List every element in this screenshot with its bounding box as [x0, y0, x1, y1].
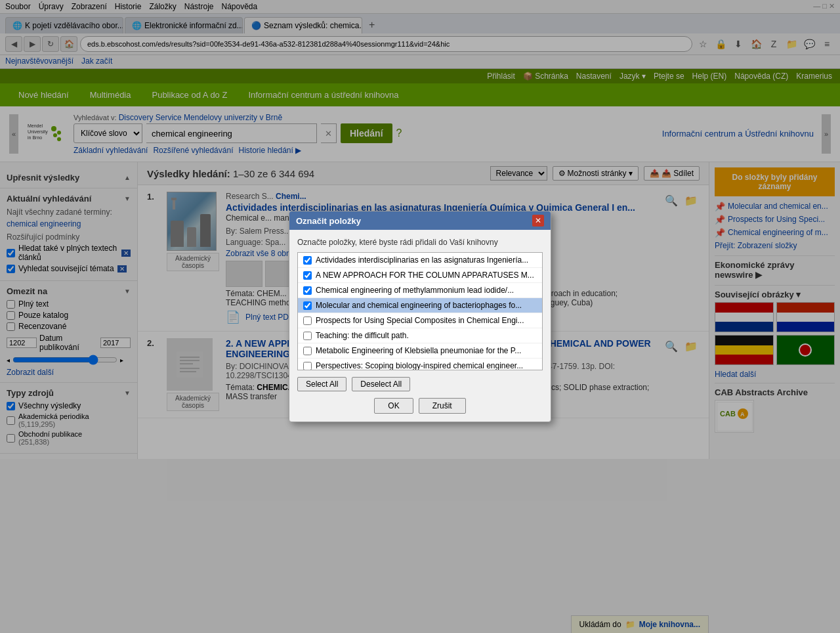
modal-item-label-4: Prospects for Using Special Composites i…: [316, 316, 524, 325]
modal-item-label-3: Molecular and chemical engineering of ba…: [316, 301, 522, 310]
select-all-button[interactable]: Select All: [297, 377, 346, 391]
modal-check-5[interactable]: [303, 332, 312, 340]
modal-check-6[interactable]: [303, 347, 312, 355]
modal-check-4[interactable]: [303, 316, 312, 325]
modal-check-7[interactable]: [303, 362, 312, 370]
modal-item-4: Prospects for Using Special Composites i…: [298, 313, 542, 328]
modal-item-label-1: A NEW APPROACH FOR THE COLUMN APPARATUSE…: [316, 271, 534, 280]
modal-close-button[interactable]: ✕: [532, 215, 544, 227]
modal-action-row: OK Zrušit: [297, 398, 543, 414]
modal-item-0: Actividades interdisciplinarias en las a…: [298, 253, 542, 268]
modal-item-label-7: Perspectives: Scoping biology-inspired c…: [316, 361, 523, 370]
modal-check-1[interactable]: [303, 271, 312, 280]
modal-overlay: Označit položky ✕ Označte položky, které…: [0, 0, 840, 459]
modal-titlebar: Označit položky ✕: [289, 211, 551, 230]
modal-item-label-2: Chemical engineering of methylammonium l…: [316, 286, 514, 295]
modal-item-7: Perspectives: Scoping biology-inspired c…: [298, 359, 542, 370]
modal-check-2[interactable]: [303, 286, 312, 295]
modal-body: Označte položky, které byste rádi přidal…: [289, 230, 551, 422]
modal-buttons-row: Select All Deselect All: [297, 377, 543, 391]
modal-check-3[interactable]: [303, 301, 312, 310]
modal-item-label-0: Actividades interdisciplinarias en las a…: [316, 255, 528, 265]
modal-item-5: Teaching: the difficult path.: [298, 328, 542, 343]
modal-item-3: Molecular and chemical engineering of ba…: [298, 298, 542, 313]
modal-list: Actividades interdisciplinarias en las a…: [297, 252, 543, 370]
mark-items-modal: Označit položky ✕ Označte položky, které…: [289, 211, 551, 422]
modal-check-0[interactable]: [303, 256, 312, 265]
modal-cancel-button[interactable]: Zrušit: [419, 398, 466, 414]
modal-item-label-6: Metabolic Engineering of Klebsiella pneu…: [316, 346, 521, 355]
modal-item-1: A NEW APPROACH FOR THE COLUMN APPARATUSE…: [298, 268, 542, 283]
modal-item-2: Chemical engineering of methylammonium l…: [298, 283, 542, 298]
modal-item-label-5: Teaching: the difficult path.: [316, 331, 409, 340]
modal-title: Označit položky: [296, 216, 361, 226]
modal-item-6: Metabolic Engineering of Klebsiella pneu…: [298, 343, 542, 359]
modal-ok-button[interactable]: OK: [374, 398, 413, 414]
modal-instruction: Označte položky, které byste rádi přidal…: [297, 238, 543, 247]
deselect-all-button[interactable]: Deselect All: [352, 377, 410, 391]
